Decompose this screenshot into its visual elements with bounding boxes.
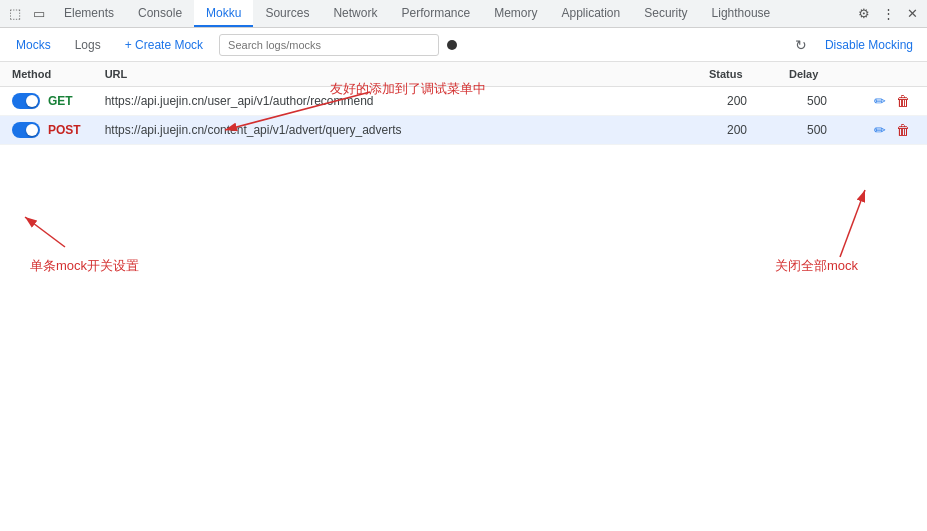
devtools-topbar: ⬚ ▭ Elements Console Mokku Sources Netwo… [0,0,927,28]
table-row: POST https://api.juejin.cn/content_api/v… [0,116,927,145]
tab-performance[interactable]: Performance [389,0,482,27]
row2-delay: 500 [777,116,857,145]
table-header-row: Method URL Status Delay [0,62,927,87]
row1-delay: 500 [777,87,857,116]
tab-security[interactable]: Security [632,0,699,27]
col-header-method: Method [0,62,93,87]
row2-edit-icon[interactable]: ✏ [874,122,886,138]
row2-url: https://api.juejin.cn/content_api/v1/adv… [93,116,697,145]
create-mock-button[interactable]: + Create Mock [117,34,211,56]
tab-mocks[interactable]: Mocks [8,34,59,56]
tab-application[interactable]: Application [550,0,633,27]
svg-line-2 [840,190,865,257]
annotation-bottom-right: 关闭全部mock [775,257,858,275]
tab-mokku[interactable]: Mokku [194,0,253,27]
row1-delete-icon[interactable]: 🗑 [896,93,910,109]
content-area: Method URL Status Delay GET https:/ [0,62,927,145]
row2-status: 200 [697,116,777,145]
annotation-bottom-left: 单条mock开关设置 [30,257,139,275]
tab-console[interactable]: Console [126,0,194,27]
tab-memory[interactable]: Memory [482,0,549,27]
tab-lighthouse[interactable]: Lighthouse [700,0,783,27]
close-icon[interactable]: ✕ [901,3,923,25]
tab-sources[interactable]: Sources [253,0,321,27]
toggle-knob [26,95,38,107]
col-header-actions [857,62,927,87]
row1-actions: ✏ 🗑 [857,87,927,116]
devtools-tabs: Elements Console Mokku Sources Network P… [52,0,851,27]
more-icon[interactable]: ⋮ [877,3,899,25]
row2-toggle[interactable] [12,122,40,138]
dot-indicator [447,40,457,50]
tab-elements[interactable]: Elements [52,0,126,27]
row2-toggle-cell: POST [0,116,93,145]
row2-delete-icon[interactable]: 🗑 [896,122,910,138]
toggle-knob [26,124,38,136]
devtools-right-icons: ⚙ ⋮ ✕ [853,3,923,25]
col-header-url: URL [93,62,697,87]
row1-edit-icon[interactable]: ✏ [874,93,886,109]
mock-table: Method URL Status Delay GET https:/ [0,62,927,145]
row1-url: https://api.juejin.cn/user_api/v1/author… [93,87,697,116]
device-icon[interactable]: ▭ [28,3,50,25]
tab-network[interactable]: Network [321,0,389,27]
col-header-status: Status [697,62,777,87]
col-header-delay: Delay [777,62,857,87]
row2-actions: ✏ 🗑 [857,116,927,145]
row1-toggle[interactable] [12,93,40,109]
mokku-toolbar: Mocks Logs + Create Mock ↻ Disable Mocki… [0,28,927,62]
row1-method: GET [48,94,73,108]
inspect-icon[interactable]: ⬚ [4,3,26,25]
row2-method: POST [48,123,81,137]
row1-toggle-cell: GET [0,87,93,116]
table-row: GET https://api.juejin.cn/user_api/v1/au… [0,87,927,116]
disable-mocking-button[interactable]: Disable Mocking [819,34,919,56]
tab-logs[interactable]: Logs [67,34,109,56]
row1-status: 200 [697,87,777,116]
refresh-icon[interactable]: ↻ [791,35,811,55]
settings-icon[interactable]: ⚙ [853,3,875,25]
search-input[interactable] [219,34,439,56]
svg-line-3 [25,217,65,247]
